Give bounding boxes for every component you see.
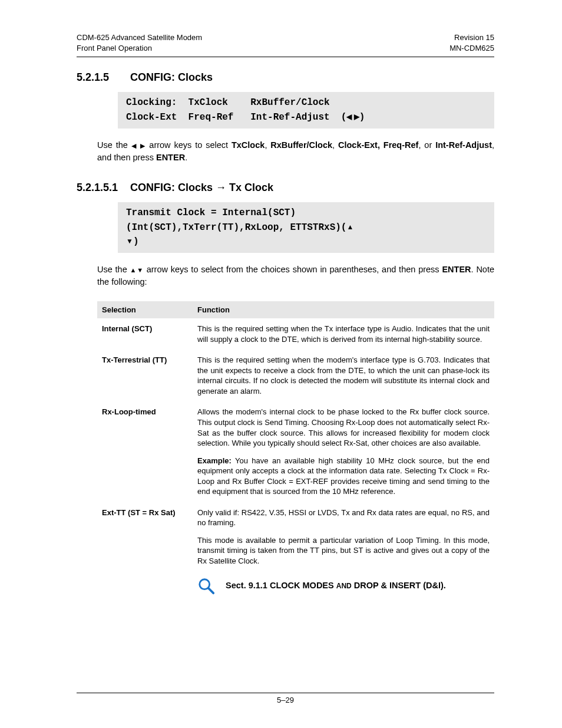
page: CDM-625 Advanced Satellite Modem Front P…: [0, 0, 562, 728]
header-right: Revision 15 MN-CDM625: [449, 32, 494, 53]
lcd-line1: Transmit Clock = Internal(SCT): [126, 207, 296, 218]
lcd-line2b: ): [133, 236, 139, 247]
lcd-line1: Clocking: TxClock RxBuffer/Clock: [126, 97, 330, 108]
table-row: Internal (SCT) This is the required sett…: [97, 318, 494, 350]
lcd-line2b: ): [359, 112, 365, 123]
header-docnum: MN-CDM625: [449, 44, 494, 52]
header-left: CDM-625 Advanced Satellite Modem Front P…: [77, 32, 202, 53]
lcd-display-clocks: Clocking: TxClock RxBuffer/Clock Clock-E…: [118, 92, 494, 129]
selection-function: Only valid if: RS422, V.35, HSSI or LVDS…: [193, 502, 494, 600]
selection-function: This is the required setting when the Tx…: [193, 318, 494, 350]
selection-table: Selection Function Internal (SCT) This i…: [97, 301, 494, 599]
instruction-clocks: Use the ◀ ▶ arrow keys to select TxClock…: [97, 139, 494, 164]
heading-number: 5.2.1.5: [77, 71, 127, 84]
table-row: Ext-TT (ST = Rx Sat) Only valid if: RS42…: [97, 502, 494, 600]
heading-config-clocks: 5.2.1.5 CONFIG: Clocks: [77, 71, 494, 84]
heading-title-b: Tx Clock: [226, 182, 273, 193]
selection-name: Rx-Loop-timed: [97, 401, 193, 502]
left-right-arrows-icon: ◀ ▶: [346, 113, 359, 121]
header-product: CDM-625 Advanced Satellite Modem: [77, 33, 202, 42]
selection-function: This is the required setting when the mo…: [193, 350, 494, 401]
up-down-triangle-icon: ▲▼: [130, 266, 144, 274]
heading-title-a: CONFIG: Clocks: [130, 182, 216, 193]
table-row: Tx-Terrestrial (TT) This is the required…: [97, 350, 494, 401]
left-right-triangle-icon: ◀ ▶: [131, 142, 146, 149]
heading-tx-clock: 5.2.1.5.1 CONFIG: Clocks → Tx Clock: [77, 182, 494, 194]
page-footer: 5–29: [77, 693, 494, 704]
lcd-line2a: Clock-Ext Freq-Ref Int-Ref-Adjust (: [126, 112, 346, 123]
col-selection: Selection: [97, 301, 193, 318]
header-rule: [77, 57, 494, 57]
reference-row: Sect. 9.1.1 CLOCK MODES AND DROP & INSER…: [197, 577, 490, 595]
header-section: Front Panel Operation: [77, 44, 152, 52]
page-header: CDM-625 Advanced Satellite Modem Front P…: [77, 32, 494, 53]
col-function: Function: [193, 301, 494, 318]
reference-text: Sect. 9.1.1 CLOCK MODES AND DROP & INSER…: [226, 580, 446, 592]
arrow-right-icon: →: [216, 182, 226, 193]
selection-name: Internal (SCT): [97, 318, 193, 350]
magnifier-icon: [197, 577, 215, 595]
table-row: Rx-Loop-timed Allows the modem's interna…: [97, 401, 494, 502]
header-revision: Revision 15: [454, 33, 494, 42]
lcd-display-txclock: Transmit Clock = Internal(SCT) (Int(SCT)…: [118, 202, 494, 253]
heading-number: 5.2.1.5.1: [77, 182, 127, 194]
selection-function: Allows the modem's internal clock to be …: [193, 401, 494, 502]
selection-name: Ext-TT (ST = Rx Sat): [97, 502, 193, 600]
svg-line-1: [209, 588, 213, 592]
table-header-row: Selection Function: [97, 301, 494, 318]
selection-name: Tx-Terrestrial (TT): [97, 350, 193, 401]
heading-title: CONFIG: Clocks: [130, 71, 213, 83]
lcd-line2a: (Int(SCT),TxTerr(TT),RxLoop, ETTSTRxS)(: [126, 222, 346, 233]
page-number: 5–29: [277, 696, 294, 704]
instruction-txclock: Use the ▲▼ arrow keys to select from the…: [97, 263, 494, 288]
content: 5.2.1.5 CONFIG: Clocks Clocking: TxClock…: [77, 71, 494, 599]
